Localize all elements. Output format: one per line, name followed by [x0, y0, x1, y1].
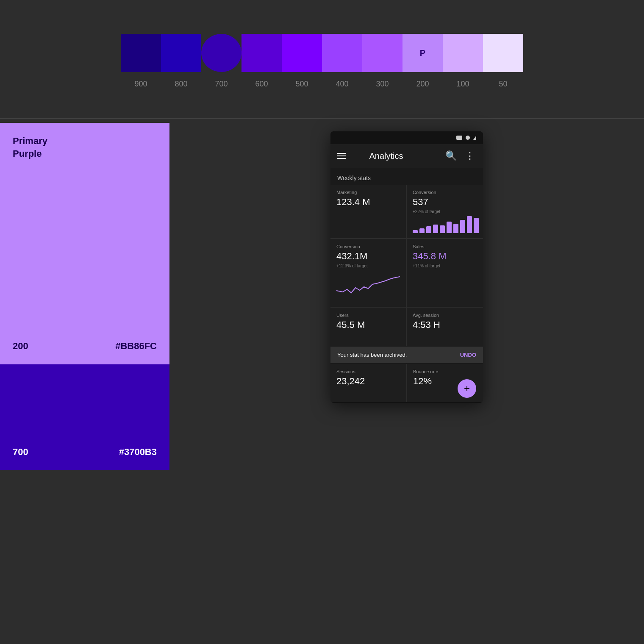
- hamburger-menu[interactable]: [337, 153, 346, 159]
- bar-segment: [474, 218, 479, 233]
- primary-section: Primary Purple 200 #BB86FC 700 #3700B3: [0, 123, 644, 470]
- shade-700-label: 700: [13, 447, 28, 458]
- palette-label-800: 800: [161, 80, 201, 89]
- weekly-stats-header: Weekly stats: [330, 168, 483, 185]
- bar-segment: [447, 222, 452, 233]
- search-button[interactable]: 🔍: [444, 149, 458, 163]
- swatch-300: [362, 34, 402, 72]
- avg-session-value: 4:53 H: [413, 319, 479, 330]
- bar-segment: [460, 220, 465, 233]
- marketing-label: Marketing: [336, 190, 400, 195]
- swatch-200: P: [402, 34, 443, 72]
- divider: [0, 118, 644, 119]
- primary-title: Primary: [13, 136, 157, 147]
- conversion-top-sub: +22% of target: [413, 209, 479, 214]
- bar-segment: [413, 230, 418, 233]
- sessions-card: Sessions 23,242: [330, 364, 406, 402]
- conversion-main-label: Conversion: [336, 244, 400, 249]
- conversion-top-value: 537: [413, 197, 479, 208]
- wifi-icon: [466, 136, 470, 140]
- phone-mock: Analytics 🔍 ⋮ Weekly stats Marketing 123…: [330, 131, 483, 403]
- snackbar: Your stat has been archived. UNDO: [330, 347, 483, 363]
- palette-label-300: 300: [362, 80, 402, 89]
- swatch-400: [322, 34, 362, 72]
- bar-segment: [440, 225, 445, 233]
- battery-icon: [473, 136, 476, 140]
- sales-card: Sales 345.8 M +11% of target: [407, 239, 483, 307]
- stats-grid: Marketing 123.4 M Conversion 537 +22% of…: [330, 185, 483, 346]
- color-block-700: 700 #3700B3: [0, 364, 169, 470]
- swatch-500: [282, 34, 322, 72]
- marketing-card: Marketing 123.4 M: [330, 185, 406, 238]
- bounce-rate-label: Bounce rate: [413, 369, 477, 374]
- swatch-900: [121, 34, 161, 72]
- palette-label-600: 600: [242, 80, 282, 89]
- app-bar: Analytics 🔍 ⋮: [330, 144, 483, 168]
- swatch-800: [161, 34, 201, 72]
- conversion-main-card: Conversion 432.1M +12.3% of target: [330, 239, 406, 307]
- hex-700-label: #3700B3: [119, 447, 157, 458]
- bottom-stats-grid: Sessions 23,242 Bounce rate 12% +: [330, 364, 483, 402]
- sales-label: Sales: [413, 244, 479, 249]
- bar-segment: [453, 224, 458, 233]
- palette-label-500: 500: [282, 80, 322, 89]
- users-value: 45.5 M: [336, 319, 400, 330]
- sessions-label: Sessions: [336, 369, 400, 374]
- palette-label-200: 200: [402, 80, 443, 89]
- conversion-top-label: Conversion: [413, 190, 479, 195]
- users-card: Users 45.5 M: [330, 308, 406, 346]
- bar-segment: [467, 216, 472, 233]
- bar-segment: [426, 226, 431, 233]
- sales-value: 345.8 M: [413, 251, 479, 262]
- color-block-200: Primary Purple 200 #BB86FC: [0, 123, 169, 364]
- marketing-value: 123.4 M: [336, 197, 400, 208]
- palette-label-700: 700: [201, 80, 242, 89]
- primary-subtitle: Purple: [13, 148, 157, 159]
- palette-label-900: 900: [121, 80, 161, 89]
- conversion-top-card: Conversion 537 +22% of target: [407, 185, 483, 238]
- more-button[interactable]: ⋮: [464, 149, 476, 163]
- bar-segment: [419, 228, 425, 233]
- palette-label-400: 400: [322, 80, 362, 89]
- conversion-main-value: 432.1M: [336, 251, 400, 262]
- palette-labels: 90080070060050040030020010050: [121, 80, 523, 89]
- swatch-100: [443, 34, 483, 72]
- palette-label-50: 50: [483, 80, 523, 89]
- snackbar-text: Your stat has been archived.: [337, 352, 407, 358]
- conversion-bar-chart: [413, 214, 479, 233]
- signal-icon: [456, 136, 462, 140]
- app-title: Analytics: [351, 151, 422, 161]
- bar-segment: [433, 225, 438, 233]
- undo-button[interactable]: UNDO: [460, 352, 476, 358]
- app-content: Weekly stats Marketing 123.4 M Conversio…: [330, 168, 483, 402]
- sessions-value: 23,242: [336, 376, 400, 387]
- status-bar: [330, 131, 483, 144]
- avg-session-card: Avg. session 4:53 H: [407, 308, 483, 346]
- hex-200-label: #BB86FC: [115, 341, 157, 352]
- fab-button[interactable]: +: [458, 379, 476, 398]
- palette-label-100: 100: [443, 80, 483, 89]
- primary-right: Analytics 🔍 ⋮ Weekly stats Marketing 123…: [169, 123, 644, 470]
- shade-200-label: 200: [13, 341, 28, 352]
- avg-session-label: Avg. session: [413, 313, 479, 318]
- line-chart: [336, 272, 400, 295]
- palette-section: P 90080070060050040030020010050: [0, 0, 644, 114]
- palette-swatches: P: [121, 34, 523, 72]
- swatch-50: [483, 34, 523, 72]
- swatch-600: [242, 34, 282, 72]
- primary-left: Primary Purple 200 #BB86FC 700 #3700B3: [0, 123, 169, 470]
- conversion-main-sub: +12.3% of target: [336, 264, 400, 268]
- sales-sub: +11% of target: [413, 264, 479, 268]
- users-label: Users: [336, 313, 400, 318]
- swatch-700: [201, 34, 242, 72]
